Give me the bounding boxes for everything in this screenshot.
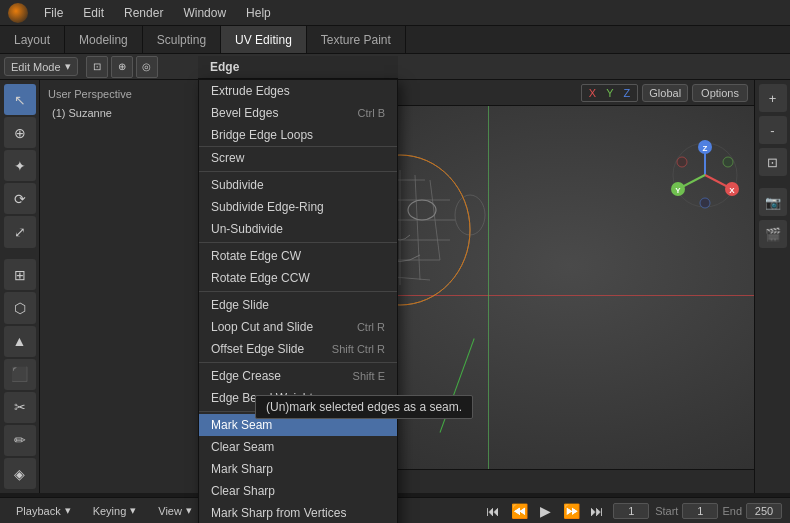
menu-item-rotate-cw[interactable]: Rotate Edge CW [199, 245, 397, 267]
blender-logo [8, 3, 28, 23]
scale-tool-icon[interactable]: ⤢ [4, 216, 36, 247]
right-toolbar: + - ⊡ 📷 🎬 [754, 80, 790, 493]
svg-point-15 [408, 200, 436, 220]
svg-line-12 [415, 175, 420, 280]
menu-help[interactable]: Help [242, 4, 275, 22]
svg-point-30 [677, 157, 687, 167]
transform-icon[interactable]: ⊕ [111, 56, 133, 78]
menu-item-un-subdivide[interactable]: Un-Subdivide [199, 218, 397, 240]
separator-1 [199, 171, 397, 172]
overlay-icon[interactable]: ◎ [136, 56, 158, 78]
zoom-in-icon[interactable]: + [759, 84, 787, 112]
svg-point-31 [723, 157, 733, 167]
menu-item-mark-sharp[interactable]: Mark Sharp [199, 458, 397, 480]
move-tool-icon[interactable]: ✦ [4, 150, 36, 181]
shading-icon[interactable]: ◈ [4, 458, 36, 489]
playback-chevron-icon: ▾ [65, 504, 71, 517]
menu-item-edge-crease[interactable]: Edge Crease Shift E [199, 365, 397, 387]
axis-y-btn[interactable]: Y [602, 86, 617, 100]
inset-tool-icon[interactable]: ⬡ [4, 292, 36, 323]
playback-controls: ⏮ ⏪ ▶ ⏩ ⏭ [483, 501, 607, 521]
separator-4 [199, 362, 397, 363]
play-btn[interactable]: ▶ [535, 501, 555, 521]
tab-layout[interactable]: Layout [0, 26, 65, 53]
jump-end-btn[interactable]: ⏭ [587, 501, 607, 521]
axis-z-btn[interactable]: Z [620, 86, 635, 100]
cursor-tool-icon[interactable]: ⊕ [4, 117, 36, 148]
extrude-tool-icon[interactable]: ⊞ [4, 259, 36, 290]
menu-item-extrude-edges[interactable]: Extrude Edges [199, 80, 397, 102]
zoom-out-icon[interactable]: - [759, 116, 787, 144]
menu-item-subdivide-edge-ring[interactable]: Subdivide Edge-Ring [199, 196, 397, 218]
menu-edit[interactable]: Edit [79, 4, 108, 22]
left-toolbar: ↖ ⊕ ✦ ⟳ ⤢ ⊞ ⬡ ▲ ⬛ ✂ ✏ ◈ [0, 80, 40, 493]
tab-modeling[interactable]: Modeling [65, 26, 143, 53]
keying-chevron-icon: ▾ [130, 504, 136, 517]
axis-x-btn[interactable]: X [585, 86, 600, 100]
menu-file[interactable]: File [40, 4, 67, 22]
edge-menu-title: Edge [198, 56, 398, 79]
loop-cut-tool-icon[interactable]: ⬛ [4, 359, 36, 390]
keying-dropdown[interactable]: Keying ▾ [85, 502, 145, 519]
view-dropdown[interactable]: View ▾ [150, 502, 200, 519]
menu-item-screw[interactable]: Screw [199, 147, 397, 169]
edge-menu: Edge Extrude Edges Bevel Edges Ctrl B Br… [198, 56, 398, 523]
frame-end-input[interactable] [746, 503, 782, 519]
mode-dropdown[interactable]: Edit Mode ▾ [4, 57, 78, 76]
render-icon[interactable]: 🎬 [759, 220, 787, 248]
zoom-fit-icon[interactable]: ⊡ [759, 148, 787, 176]
frame-range: Start End [655, 503, 782, 519]
separator-2 [199, 242, 397, 243]
menu-item-rotate-ccw[interactable]: Rotate Edge CCW [199, 267, 397, 289]
menu-item-bevel-edges[interactable]: Bevel Edges Ctrl B [199, 102, 397, 124]
mode-label: Edit Mode [11, 61, 61, 73]
svg-text:Z: Z [703, 144, 708, 153]
svg-text:Y: Y [675, 186, 681, 195]
svg-point-29 [700, 198, 710, 208]
camera-icon[interactable]: 📷 [759, 188, 787, 216]
menu-item-edge-slide[interactable]: Edge Slide [199, 294, 397, 316]
menu-item-subdivide[interactable]: Subdivide [199, 174, 397, 196]
edge-menu-list: Extrude Edges Bevel Edges Ctrl B Bridge … [198, 79, 398, 523]
select-tool-icon[interactable]: ↖ [4, 84, 36, 115]
tab-sculpting[interactable]: Sculpting [143, 26, 221, 53]
separator-3 [199, 291, 397, 292]
current-frame-input[interactable] [613, 503, 649, 519]
options-btn[interactable]: Options [692, 84, 748, 102]
snap-icon[interactable]: ⊡ [86, 56, 108, 78]
menu-item-loop-cut[interactable]: Loop Cut and Slide Ctrl R [199, 316, 397, 338]
annotate-tool-icon[interactable]: ✏ [4, 425, 36, 456]
mode-chevron-icon: ▾ [65, 60, 71, 73]
step-back-btn[interactable]: ⏪ [509, 501, 529, 521]
menu-item-clear-seam[interactable]: Clear Seam [199, 436, 397, 458]
jump-start-btn[interactable]: ⏮ [483, 501, 503, 521]
tooltip: (Un)mark selected edges as a seam. [255, 395, 473, 419]
knife-tool-icon[interactable]: ✂ [4, 392, 36, 423]
viewport-gizmo: Z X Y [670, 140, 740, 213]
menu-item-offset-edge-slide[interactable]: Offset Edge Slide Shift Ctrl R [199, 338, 397, 360]
menu-item-bridge-edge-loops[interactable]: Bridge Edge Loops [199, 124, 397, 147]
bevel-tool-icon[interactable]: ▲ [4, 326, 36, 357]
global-dropdown[interactable]: Global [642, 84, 688, 102]
menu-item-clear-sharp[interactable]: Clear Sharp [199, 480, 397, 502]
rotate-tool-icon[interactable]: ⟳ [4, 183, 36, 214]
axis-toggle-group: X Y Z [581, 84, 638, 102]
tab-uv-editing[interactable]: UV Editing [221, 26, 307, 53]
frame-start-input[interactable] [682, 503, 718, 519]
menu-render[interactable]: Render [120, 4, 167, 22]
menu-item-mark-sharp-from-vertices[interactable]: Mark Sharp from Vertices [199, 502, 397, 523]
step-forward-btn[interactable]: ⏩ [561, 501, 581, 521]
workspace-tabs: Layout Modeling Sculpting UV Editing Tex… [0, 26, 790, 54]
playback-dropdown[interactable]: Playback ▾ [8, 502, 79, 519]
top-menubar: File Edit Render Window Help [0, 0, 790, 26]
tab-texture-paint[interactable]: Texture Paint [307, 26, 406, 53]
view-chevron-icon: ▾ [186, 504, 192, 517]
menu-window[interactable]: Window [179, 4, 230, 22]
svg-text:X: X [729, 186, 735, 195]
